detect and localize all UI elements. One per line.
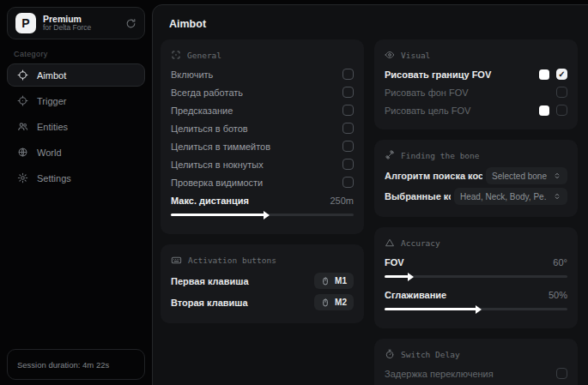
dropdown-value: Selected bone: [492, 171, 547, 181]
toggle-row: Всегда работать✓: [171, 83, 354, 101]
checkbox[interactable]: ✓: [556, 368, 567, 379]
app-header-card: P Premium for Delta Force: [7, 7, 145, 39]
toggle-row: Включить✓: [171, 65, 354, 83]
visual-row: Рисовать фон FOV ✓: [385, 83, 567, 101]
slider-label: Сглаживание: [385, 290, 542, 300]
keybind-button-m1[interactable]: M1: [314, 273, 354, 289]
toggle-row: Целиться в ботов✓: [171, 119, 354, 137]
target-icon: [17, 95, 28, 106]
bone-label: Выбранные кости: [385, 191, 451, 202]
chevron-updown-icon: [553, 192, 561, 201]
session-duration: Session duration: 4m 22s: [7, 349, 145, 380]
visual-label: Рисовать цель FOV: [385, 105, 530, 116]
sidebar-item-label: World: [37, 147, 62, 158]
keybind-row: Первая клавиша M1: [171, 270, 354, 292]
keybind-label: Первая клавиша: [171, 276, 307, 286]
max-distance-slider[interactable]: [171, 214, 354, 216]
panel-title: Visual: [401, 51, 430, 60]
session-duration-text: Session duration: 4m 22s: [17, 360, 109, 370]
sidebar-item-trigger[interactable]: Trigger: [7, 89, 145, 112]
gear-icon: [17, 172, 28, 183]
mouse-icon: [321, 298, 330, 307]
checkbox[interactable]: ✓: [342, 69, 354, 80]
triangle-icon: [385, 238, 395, 248]
sidebar-item-entities[interactable]: Entities: [7, 115, 145, 138]
slider-row: Макс. дистанция250m: [171, 191, 354, 209]
checkbox[interactable]: ✓: [342, 141, 354, 152]
panel-finding-the-bone: Finding the bone Алгоритм поиска костей …: [374, 140, 578, 217]
keybind-button-m2[interactable]: M2: [314, 294, 354, 310]
slider-value: 60°: [553, 257, 567, 268]
toggle-row: Целиться в тиммейтов✓: [171, 137, 354, 155]
toggle-label: Включить: [171, 69, 336, 80]
toggle-row: Предсказание✓: [171, 101, 354, 119]
bone-label: Алгоритм поиска костей: [385, 171, 482, 181]
keybind-label: Вторая клавиша: [171, 298, 307, 308]
fov-slider[interactable]: [385, 275, 567, 278]
color-swatch[interactable]: [539, 105, 549, 116]
keybind-value: M2: [335, 298, 347, 307]
panel-title: Activation buttons: [188, 256, 276, 265]
globe-icon: [17, 147, 28, 158]
panel-title: Finding the bone: [401, 151, 480, 160]
sidebar: P Premium for Delta Force Category Aimbo…: [0, 0, 152, 385]
sidebar-item-label: Trigger: [37, 96, 66, 106]
slider-value: 250m: [330, 196, 354, 206]
smoothing-slider[interactable]: [385, 308, 567, 310]
checkbox[interactable]: ✓: [556, 69, 567, 80]
checkbox[interactable]: ✓: [556, 105, 567, 116]
toggle-label: Всегда работать: [171, 87, 336, 98]
visual-label: Рисовать фон FOV: [385, 87, 549, 98]
sidebar-item-settings[interactable]: Settings: [7, 166, 145, 189]
app-subtitle: for Delta Force: [43, 24, 118, 33]
toggle-label: Целиться в ботов: [171, 123, 336, 134]
sidebar-item-aimbot[interactable]: Aimbot: [7, 63, 145, 87]
visual-row: Рисовать цель FOV ✓: [385, 101, 567, 119]
keyboard-icon: [171, 255, 182, 266]
bone-algorithm-dropdown[interactable]: Selected bone: [486, 167, 567, 184]
toggle-label: Целиться в нокнутых: [171, 159, 336, 170]
checkbox[interactable]: ✓: [342, 177, 354, 188]
slider-row: Сглаживание50%: [385, 286, 567, 304]
panel-title: General: [187, 51, 221, 60]
panel-switch-delay: Switch Delay Задержка переключения ✓ Зад…: [374, 339, 578, 385]
users-icon: [17, 121, 28, 132]
bone-row: Выбранные кости Head, Neck, Body, Pe..: [385, 186, 567, 207]
panel-activation-buttons: Activation buttons Первая клавиша M1 Вто…: [161, 244, 364, 323]
toggle-row: Проверка видимости✓: [171, 173, 354, 191]
slider-label: FOV: [385, 257, 546, 268]
keybind-value: M1: [335, 276, 347, 286]
toggle-label: Целиться в тиммейтов: [171, 141, 336, 152]
toggle-row: Целиться в нокнутых✓: [171, 155, 354, 173]
checkbox[interactable]: ✓: [342, 123, 354, 134]
category-label: Category: [14, 50, 152, 58]
color-swatch[interactable]: [539, 69, 549, 80]
sidebar-item-label: Entities: [37, 122, 68, 132]
checkbox[interactable]: ✓: [342, 159, 354, 170]
checkbox[interactable]: ✓: [342, 105, 354, 116]
toggle-label: Проверка видимости: [171, 177, 336, 188]
panel-visual: Visual Рисовать границу FOV ✓ Рисовать ф…: [374, 39, 578, 129]
toggle-label: Задержка переключения: [385, 369, 549, 379]
dropdown-value: Head, Neck, Body, Pe..: [460, 192, 547, 202]
panel-general: General Включить✓ Всегда работать✓ Предс…: [161, 39, 364, 234]
visual-row: Рисовать границу FOV ✓: [385, 65, 567, 83]
sync-icon[interactable]: [125, 18, 136, 29]
sidebar-nav: Aimbot Trigger Entities World Settings: [0, 63, 152, 189]
selected-bones-dropdown[interactable]: Head, Neck, Body, Pe..: [454, 188, 567, 205]
checkbox[interactable]: ✓: [556, 87, 567, 98]
bone-row: Алгоритм поиска костей Selected bone: [385, 165, 567, 186]
scan-icon: [171, 50, 181, 60]
main-content: Aimbot General Включить✓ Всегда работать…: [152, 4, 588, 385]
sidebar-item-label: Settings: [37, 173, 71, 183]
slider-value: 50%: [549, 290, 567, 300]
panel-accuracy: Accuracy FOV60° Сглаживание50%: [374, 227, 578, 328]
sidebar-item-world[interactable]: World: [7, 141, 145, 164]
mouse-icon: [321, 277, 330, 286]
toggle-label: Предсказание: [171, 105, 336, 116]
checkbox[interactable]: ✓: [342, 87, 354, 98]
panel-title: Switch Delay: [401, 350, 460, 359]
keybind-row: Вторая клавиша M2: [171, 292, 354, 313]
slider-label: Макс. дистанция: [171, 196, 323, 206]
app-logo: P: [15, 13, 36, 33]
